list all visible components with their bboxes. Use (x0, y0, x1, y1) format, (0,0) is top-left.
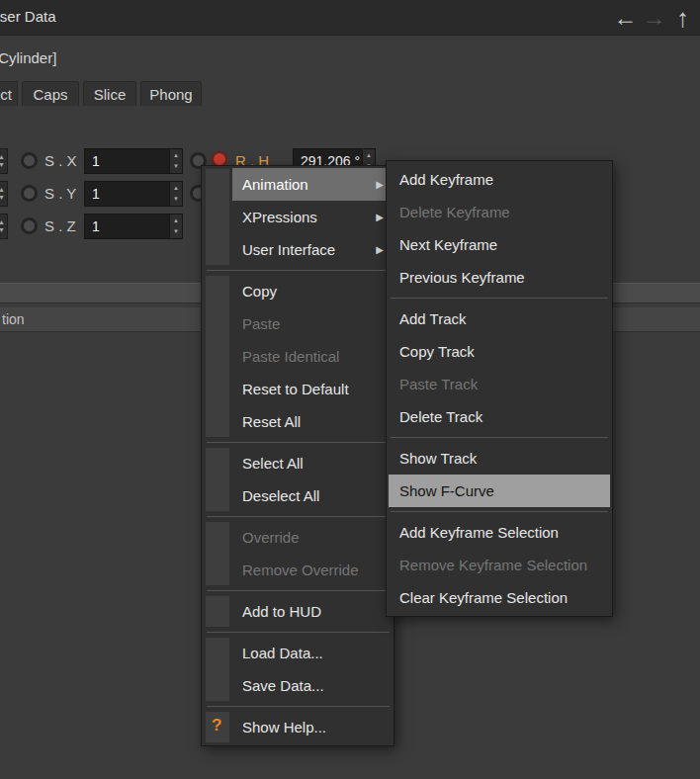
object-name: [Cylinder] (0, 49, 56, 66)
menu-group-hud: Add to HUD (202, 595, 394, 628)
submenu-item-add-keyframe-selection[interactable]: Add Keyframe Selection (389, 516, 610, 549)
menu-icon-gutter (206, 522, 229, 585)
value-text: 1 (92, 218, 100, 234)
animation-submenu: Add Keyframe Delete Keyframe Next Keyfra… (386, 160, 613, 617)
submenu-arrow-icon: ▶ (376, 233, 384, 266)
tab-bar: Object Caps Slice Phong (0, 81, 700, 106)
menu-item-label: Animation (242, 176, 308, 193)
menu-item-xpressions[interactable]: XPressions ▶ (232, 201, 391, 233)
submenu-item-show-f-curve[interactable]: Show F-Curve (389, 475, 610, 507)
menu-item-reset-to-default[interactable]: Reset to Default (232, 373, 391, 405)
clipped-spinner[interactable]: ▲ ▼ (0, 214, 8, 239)
menu-separator (387, 507, 612, 516)
nav-up-icon[interactable]: ↑ (669, 0, 696, 36)
menu-group-submenus: Animation ▶ XPressions ▶ User Interface … (202, 168, 394, 266)
submenu-item-paste-track[interactable]: Paste Track (389, 368, 610, 400)
submenu-item-clear-keyframe-selection[interactable]: Clear Keyframe Selection (389, 581, 610, 614)
submenu-item-copy-track[interactable]: Copy Track (389, 335, 610, 368)
menu-item-remove-override[interactable]: Remove Override (232, 554, 391, 586)
menu-item-label: User Interface (242, 241, 335, 258)
submenu-item-add-track[interactable]: Add Track (389, 303, 610, 335)
menu-item-copy[interactable]: Copy (232, 275, 391, 307)
value-stepper[interactable]: ▲ ▼ (169, 215, 182, 238)
tab-slice[interactable]: Slice (83, 81, 136, 106)
help-icon: ? (212, 716, 221, 736)
submenu-item-show-track[interactable]: Show Track (389, 442, 610, 475)
submenu-arrow-icon: ▶ (376, 201, 384, 233)
menu-icon-gutter (206, 169, 229, 265)
nav-arrows: ← → ↑ (612, 0, 696, 36)
menu-item-deselect-all[interactable]: Deselect All (232, 479, 391, 512)
tab-phong[interactable]: Phong (140, 81, 202, 106)
menu-separator (202, 702, 394, 711)
menu-group-override: Override Remove Override (202, 521, 394, 586)
menu-item-paste-identical[interactable]: Paste Identical (232, 340, 391, 373)
menu-separator (202, 586, 394, 595)
menu-item-animation[interactable]: Animation ▶ (232, 168, 391, 201)
menu-item-paste[interactable]: Paste (232, 307, 391, 340)
menu-item-label: XPressions (242, 209, 317, 225)
menu-icon-gutter (206, 596, 229, 627)
spin-up-icon[interactable]: ▲ (0, 218, 7, 226)
spin-up-icon[interactable]: ▲ (366, 152, 372, 159)
menu-group-selection: Select All Deselect All (202, 447, 394, 512)
menu-group-clipboard: Copy Paste Paste Identical Reset to Defa… (202, 275, 394, 438)
submenu-item-previous-keyframe[interactable]: Previous Keyframe (389, 261, 610, 294)
tab-caps[interactable]: Caps (22, 81, 79, 106)
menu-icon-gutter (206, 638, 229, 701)
submenu-item-remove-keyframe-selection[interactable]: Remove Keyframe Selection (389, 549, 610, 581)
titlebar: User Data ← → ↑ (0, 0, 700, 36)
menu-item-add-to-hud[interactable]: Add to HUD (232, 595, 391, 628)
menu-icon-gutter (206, 448, 229, 511)
spin-up-icon[interactable]: ▲ (173, 185, 179, 192)
section-header-label: tion (2, 311, 25, 327)
menu-item-save-data[interactable]: Save Data... (232, 669, 391, 702)
value-field-sy[interactable]: 1 ▲ ▼ (84, 181, 183, 207)
submenu-item-add-keyframe[interactable]: Add Keyframe (389, 163, 610, 196)
menu-group-help: ? Show Help... (202, 711, 394, 743)
param-label: S . Y (44, 185, 76, 202)
menu-separator (387, 294, 612, 303)
nav-forward-icon[interactable]: → (641, 0, 667, 36)
context-menu: Animation ▶ XPressions ▶ User Interface … (201, 165, 394, 746)
menu-separator (202, 628, 394, 637)
value-field-sz[interactable]: 1 ▲ ▼ (84, 214, 183, 239)
spin-down-icon[interactable]: ▼ (0, 226, 7, 234)
submenu-item-delete-keyframe[interactable]: Delete Keyframe (389, 196, 610, 228)
menu-item-show-help[interactable]: Show Help... (232, 711, 391, 743)
menu-group-data: Load Data... Save Data... (202, 637, 394, 702)
menu-separator (202, 512, 394, 521)
submenu-item-next-keyframe[interactable]: Next Keyframe (389, 228, 610, 261)
keyframe-circle-icon[interactable] (21, 185, 38, 202)
nav-back-icon[interactable]: ← (612, 0, 639, 36)
spin-up-icon[interactable]: ▲ (173, 217, 179, 224)
spin-down-icon[interactable]: ▼ (173, 228, 179, 235)
panel-title: User Data (0, 8, 56, 25)
menu-separator (202, 266, 394, 275)
value-text: 1 (92, 186, 100, 202)
param-label: S . Z (44, 217, 76, 234)
menu-separator (202, 438, 394, 447)
clipped-spinner[interactable]: ▲ ▼ (0, 181, 8, 207)
menu-item-load-data[interactable]: Load Data... (232, 637, 391, 669)
menu-item-user-interface[interactable]: User Interface ▶ (232, 233, 391, 266)
spin-down-icon[interactable]: ▼ (0, 194, 7, 202)
submenu-item-delete-track[interactable]: Delete Track (389, 400, 610, 433)
submenu-arrow-icon: ▶ (376, 168, 384, 201)
menu-item-select-all[interactable]: Select All (232, 447, 391, 479)
menu-separator (387, 433, 612, 442)
spin-down-icon[interactable]: ▼ (173, 196, 179, 203)
keyframe-circle-icon[interactable] (21, 217, 38, 234)
tab-object[interactable]: Object (0, 81, 18, 106)
menu-icon-gutter (206, 276, 229, 437)
value-stepper[interactable]: ▲ ▼ (169, 182, 182, 206)
spin-up-icon[interactable]: ▲ (0, 186, 7, 194)
menu-item-reset-all[interactable]: Reset All (232, 405, 391, 438)
menu-item-override[interactable]: Override (232, 521, 391, 554)
